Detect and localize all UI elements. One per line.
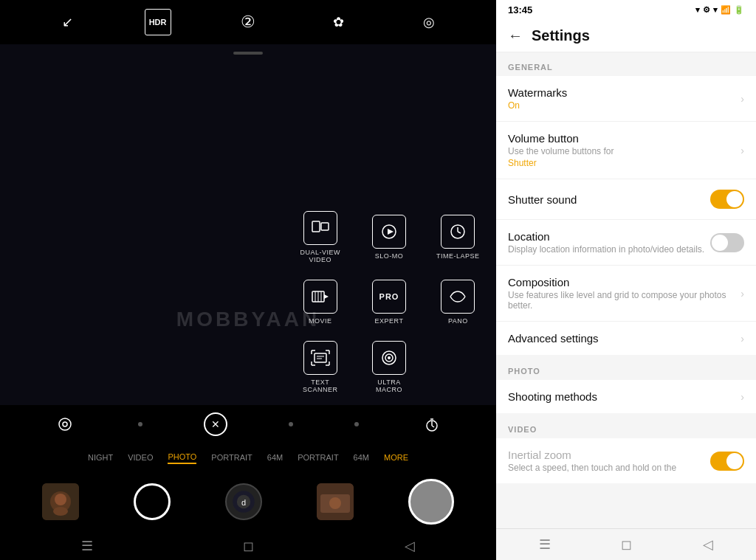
hdr-icon[interactable]: HDR [145,9,171,35]
mode-text-scanner[interactable]: TEXTSCANNER [289,336,351,398]
thumb-4[interactable] [317,483,354,520]
thumb-3[interactable]: d [225,483,262,520]
timer-icon[interactable]: ② [235,9,261,35]
svg-point-34 [55,494,66,505]
settings-item-inertial: Inertial zoom Select a speed, then touch… [496,438,756,483]
location-sub: Display location information in photo/vi… [508,244,710,255]
settings-item-shutter-sound: Shutter sound [496,179,756,220]
thumb-1[interactable] [42,483,79,520]
location-knob [712,235,728,251]
inertial-left: Inertial zoom Select a speed, then touch… [508,449,710,473]
home-icon[interactable]: ◻ [243,538,254,554]
battery-icon: 🔋 [734,5,744,15]
advanced-chevron: › [740,333,744,345]
volume-sub: Use the volume buttons for [508,146,740,156]
timer-ctrl-icon[interactable] [420,412,444,436]
tab-video[interactable]: VIDEO [128,452,153,463]
svg-line-30 [432,426,434,427]
svg-marker-3 [388,229,394,235]
volume-title: Volume button [508,132,740,145]
flash-icon[interactable]: ↙ [54,9,80,35]
volume-value: Shutter [508,158,740,168]
indicator-dot-2 [289,422,293,426]
back-button[interactable]: ← [508,27,523,44]
tab-night[interactable]: NIGHT [88,452,113,463]
location-toggle[interactable] [710,233,744,252]
shutter-button[interactable] [408,479,454,525]
viewfinder: MOBBYAAN DUAL-VIEWVIDEO [0,44,496,405]
settings-item-volume[interactable]: Volume button Use the volume buttons for… [496,122,756,179]
composition-sub: Use features like level and grid to comp… [508,290,740,311]
status-bar: 13:45 ▾ ⚙ ▾ 📶 🔋 [496,0,756,20]
settings-item-watermarks[interactable]: Watermarks On › [496,76,756,122]
settings-item-composition[interactable]: Composition Use features like level and … [496,266,756,322]
status-icons: ▾ ⚙ ▾ 📶 🔋 [695,5,744,15]
settings-item-shooting[interactable]: Shooting methods › [496,380,756,413]
camera-top-bar: ↙ HDR ② ✿ ◎ [0,0,496,44]
mode-dual-view[interactable]: DUAL-VIEWVIDEO [289,207,351,268]
mode-expert[interactable]: PRO EXPERT [358,275,419,329]
mode-grid-overlay: DUAL-VIEWVIDEO SLO-MO [282,199,496,405]
shutter-sound-title: Shutter sound [508,193,710,206]
settings-item-location: Location Display location information in… [496,220,756,266]
volume-left: Volume button Use the volume buttons for… [508,132,740,168]
tab-more[interactable]: MORE [384,452,408,463]
settings-home-icon[interactable]: ◻ [621,536,632,553]
mode-slo-mo[interactable]: SLO-MO [358,207,419,268]
shooting-chevron: › [740,391,744,403]
mode-ultra-macro[interactable]: ULTRAMACRO [358,336,419,398]
settings-item-advanced[interactable]: Advanced settings › [496,322,756,355]
drag-handle [233,52,263,55]
section-label-general: GENERAL [496,52,756,76]
tab-photo[interactable]: PHOTO [168,451,196,464]
shutter-sound-toggle[interactable] [710,190,744,209]
settings-content: GENERAL Watermarks On › Volume button Us… [496,52,756,528]
mode-ultra-macro-label: ULTRAMACRO [376,378,402,393]
mode-expert-label: EXPERT [375,317,404,325]
camera-controls: ✕ [0,405,496,443]
svg-text:d: d [241,498,246,507]
settings-group-video: Inertial zoom Select a speed, then touch… [496,438,756,483]
svg-rect-12 [315,353,326,362]
mode-grid: DUAL-VIEWVIDEO SLO-MO [289,207,489,398]
mode-pano[interactable]: PANO [427,275,489,329]
focus-icon[interactable] [53,412,77,436]
beauty-icon[interactable]: ✿ [325,9,351,35]
composition-title: Composition [508,276,740,288]
settings-back-icon[interactable]: ◁ [703,536,713,553]
watermarks-left: Watermarks On [508,86,740,111]
composition-left: Composition Use features like level and … [508,276,740,311]
settings-bottom-nav: ☰ ◻ ◁ [496,528,756,560]
mode-time-lapse[interactable]: TIME-LAPSE [427,207,489,268]
mode-pano-label: PANO [448,317,468,325]
watermarks-chevron: › [740,93,744,105]
settings-title: Settings [532,27,590,44]
tab-64m-2[interactable]: 64M [354,452,369,463]
close-mode-button[interactable]: ✕ [204,412,227,436]
inertial-toggle[interactable] [710,452,744,471]
svg-point-27 [63,422,67,426]
mode-movie-label: MOVIE [309,317,332,325]
mode-selector: NIGHT VIDEO PHOTO PORTRAIT 64M PORTRAIT … [0,443,496,471]
section-label-video: VIDEO [496,415,756,438]
back-icon[interactable]: ◁ [405,538,415,554]
tab-portrait-2[interactable]: PORTRAIT [298,452,338,463]
mode-slo-mo-label: SLO-MO [375,252,404,260]
expert-icon: PRO [372,280,406,314]
pano-icon [441,280,475,314]
mode-time-lapse-label: TIME-LAPSE [436,252,480,260]
tab-portrait[interactable]: PORTRAIT [211,452,252,463]
settings-menu-icon[interactable]: ☰ [539,536,551,553]
menu-icon[interactable]: ☰ [81,538,93,554]
settings-icon[interactable]: ◎ [416,9,442,35]
settings-status-icon: ⚙ [703,5,710,15]
svg-line-6 [458,232,461,233]
settings-header: ← Settings [496,20,756,52]
inertial-knob [726,453,743,469]
tab-64m[interactable]: 64M [267,452,283,463]
mode-movie[interactable]: MOVIE [289,275,351,329]
settings-group-photo: Shooting methods › [496,380,756,413]
svg-rect-1 [321,223,329,230]
composition-chevron: › [740,288,744,300]
movie-icon [303,280,337,314]
